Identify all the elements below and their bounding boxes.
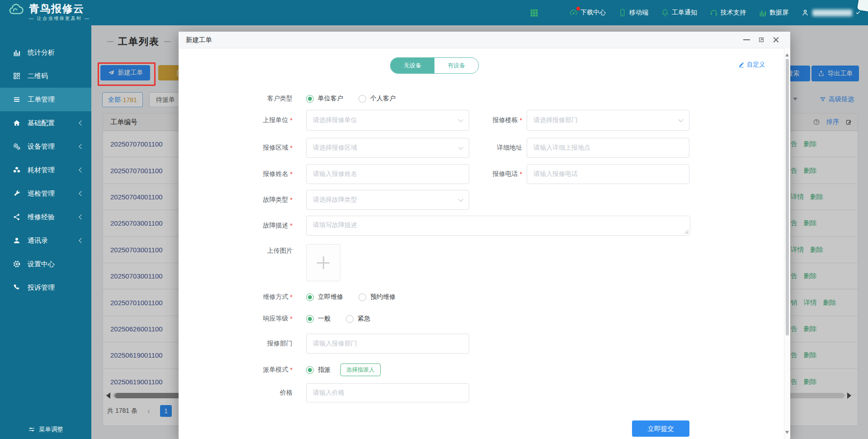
nav-item-data-screen[interactable]: 数据屏 <box>759 9 788 17</box>
gear-icon <box>13 260 21 268</box>
bar-chart-icon <box>13 48 21 57</box>
chevron-left-icon <box>79 144 84 149</box>
close-icon[interactable] <box>773 37 779 43</box>
report-unit-select[interactable]: 请选择报修单位 <box>306 110 469 131</box>
form-row-dispatch-mode: 派单模式* 指派 选择指派人 <box>179 360 784 380</box>
radio-icon[interactable] <box>359 293 366 301</box>
bell-icon <box>661 9 669 17</box>
sidebar-menu-adjust[interactable]: 菜单调整 <box>0 420 91 439</box>
radio-repair-appointment[interactable]: 预约维修 <box>359 293 396 301</box>
field-label: 详细地址 <box>497 144 522 152</box>
resize-grip-icon[interactable] <box>684 229 689 234</box>
person-icon <box>801 9 809 17</box>
home-icon <box>13 119 21 127</box>
choose-assignee-button[interactable]: 选择指派人 <box>340 363 381 376</box>
user-menu[interactable] <box>801 9 861 17</box>
list-icon <box>13 95 21 104</box>
submit-button[interactable]: 立即提交 <box>632 420 689 437</box>
sidebar-item-repair-exp[interactable]: 维修经验 <box>0 205 91 229</box>
form-row-area-address: 报修区域* 请选择报修区域 详细地址* 请输入详细上报地点 <box>179 138 784 158</box>
form-row-priority: 响应等级* 一般 紧急 <box>179 309 784 329</box>
radio-priority-urgent[interactable]: 紧急 <box>346 315 370 323</box>
chevron-left-icon <box>79 167 84 172</box>
share-icon <box>13 213 21 221</box>
tab-with-device[interactable]: 有设备 <box>434 58 478 73</box>
customize-link[interactable]: 自定义 <box>738 61 765 69</box>
chevron-left-icon <box>79 238 84 243</box>
sidebar-item-settings-center[interactable]: 设置中心 <box>0 252 91 276</box>
sidebar-item-work-orders[interactable]: 工单管理 <box>0 88 91 111</box>
field-label: 派单模式 <box>263 366 288 374</box>
department-input[interactable]: 请输入报修部门 <box>306 334 469 354</box>
top-nav: 下载中心 移动端 工单通知 技术支持 数据屏 <box>529 0 861 25</box>
nav-item-mobile[interactable]: 移动端 <box>618 9 648 17</box>
radio-icon[interactable] <box>359 95 366 103</box>
sidebar-item-qrcode[interactable]: 二维码 <box>0 64 91 88</box>
image-upload-button[interactable] <box>306 244 340 281</box>
sidebar-item-stats[interactable]: 统计分析 <box>0 41 91 64</box>
scroll-down-icon[interactable] <box>785 431 789 436</box>
field-label: 故障描述 <box>263 222 288 230</box>
maximize-icon[interactable] <box>758 36 765 43</box>
sidebar-menu: 统计分析 二维码 工单管理 基础配置 设备管理 耗材管理 巡检管理 维修经验 <box>0 25 91 299</box>
scroll-up-icon[interactable] <box>785 52 789 57</box>
nav-item-tech-support[interactable]: 技术支持 <box>710 9 746 17</box>
app-tagline: — 让企业维保更及时 — <box>29 15 90 22</box>
address-input[interactable]: 请输入详细上报地点 <box>527 138 689 158</box>
sidebar-item-device-mgmt[interactable]: 设备管理 <box>0 135 91 158</box>
form-row-fault-desc: 故障描述* 请填写故障描述 <box>179 216 784 236</box>
radio-personal-customer[interactable]: 个人客户 <box>359 94 396 103</box>
apps-grid-icon[interactable] <box>529 8 539 18</box>
form-row-department: 报修部门* 请输入报修部门 <box>179 334 784 354</box>
radio-priority-normal[interactable]: 一般 <box>306 315 330 323</box>
field-label: 维修方式 <box>263 293 288 301</box>
radio-repair-now[interactable]: 立即维修 <box>306 293 343 301</box>
radio-icon[interactable] <box>346 315 354 323</box>
chevron-left-icon <box>79 191 84 196</box>
area-select[interactable]: 请选择报修区域 <box>306 138 469 158</box>
radio-icon[interactable] <box>306 315 314 323</box>
check-icon <box>855 10 861 15</box>
plus-icon <box>317 256 330 269</box>
gears-icon <box>13 142 21 151</box>
new-order-modal: 新建工单 无设备 有设备 自定义 客户类型* 单位客户 个人客户 上报单位* 请… <box>179 32 790 439</box>
tab-no-device[interactable]: 无设备 <box>391 58 434 73</box>
notification-badge <box>576 7 580 10</box>
reporter-name-input[interactable]: 请输入报修姓名 <box>306 164 469 184</box>
fault-desc-textarea[interactable]: 请填写故障描述 <box>306 216 690 236</box>
user-icon <box>13 236 21 245</box>
modal-title: 新建工单 <box>186 32 212 48</box>
reporter-phone-input[interactable]: 请输入报修电话 <box>527 164 689 184</box>
field-label: 上传图片 <box>267 247 292 255</box>
price-input[interactable]: 请输入价格 <box>306 383 469 402</box>
radio-icon[interactable] <box>306 366 314 374</box>
radio-unit-customer[interactable]: 单位客户 <box>306 94 343 103</box>
form-row-price: 价格* 请输入价格 <box>179 383 784 402</box>
minimize-icon[interactable] <box>743 39 750 40</box>
pencil-icon <box>738 61 745 68</box>
nav-item-download-center[interactable]: 下载中心 <box>570 9 606 17</box>
scrollbar-thumb[interactable] <box>786 59 789 335</box>
form-row-unit-building: 上报单位* 请选择报修单位 报修楼栋* 请选择报修部门 <box>179 110 784 131</box>
app-logo: 青鸟报修云 — 让企业维保更及时 — <box>6 3 90 22</box>
sidebar-item-consumables[interactable]: 耗材管理 <box>0 158 91 182</box>
sidebar-item-inspection[interactable]: 巡检管理 <box>0 182 91 205</box>
mobile-icon <box>618 9 627 17</box>
modal-scrollbar[interactable] <box>784 48 790 439</box>
radio-icon[interactable] <box>306 293 314 301</box>
radio-dispatch-assign[interactable]: 指派 <box>306 366 330 374</box>
form-row-repair-mode: 维修方式* 立即维修 预约维修 <box>179 287 784 307</box>
chevron-left-icon <box>79 120 84 125</box>
app-title: 青鸟报修云 <box>29 3 90 14</box>
sidebar-item-contacts[interactable]: 通讯录 <box>0 229 91 252</box>
sidebar-item-complaints[interactable]: 投诉管理 <box>0 276 91 299</box>
nav-item-order-notice[interactable]: 工单通知 <box>661 9 697 17</box>
radio-icon[interactable] <box>306 95 314 103</box>
form-row-upload: 上传图片* <box>179 244 784 281</box>
fault-type-select[interactable]: 请选择故障类型 <box>306 190 469 210</box>
building-select[interactable]: 请选择报修部门 <box>527 110 689 131</box>
sidebar-item-basic-config[interactable]: 基础配置 <box>0 111 91 135</box>
sidebar: 统计分析 二维码 工单管理 基础配置 设备管理 耗材管理 巡检管理 维修经验 <box>0 25 91 439</box>
field-label: 报修姓名 <box>263 170 288 178</box>
headset-icon <box>710 9 718 17</box>
